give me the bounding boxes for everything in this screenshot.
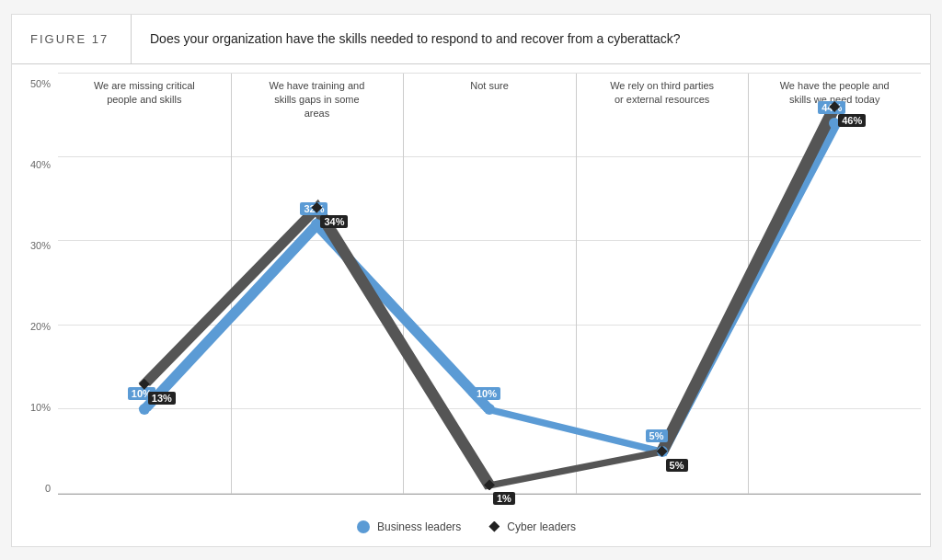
label-dark-46: 46% — [838, 114, 866, 127]
legend-cyber-icon — [488, 521, 500, 532]
chart-title: Does your organization have the skills n… — [132, 31, 699, 46]
main-card: FIGURE 17 Does your organization have th… — [11, 14, 931, 547]
y-label-30: 30% — [30, 240, 51, 251]
dot-blue-10 — [139, 404, 150, 415]
y-label-0: 0 — [45, 483, 51, 494]
y-label-20: 20% — [30, 321, 51, 332]
grid-line-30 — [58, 240, 921, 241]
legend-cyber: Cyber leaders — [488, 520, 576, 533]
legend-business-label: Business leaders — [377, 520, 461, 533]
dot-blue-10 — [484, 404, 495, 415]
legend-cyber-label: Cyber leaders — [507, 520, 576, 533]
chart-area: 50% 40% 30% 20% 10% 0 We are missing cri… — [12, 64, 930, 546]
chart-container: 50% 40% 30% 20% 10% 0 We are missing cri… — [12, 74, 921, 513]
legend-business: Business leaders — [357, 520, 461, 533]
legend-business-icon — [357, 520, 370, 533]
label-blue-5: 5% — [646, 429, 668, 442]
y-label-10: 10% — [30, 402, 51, 413]
chart-header: FIGURE 17 Does your organization have th… — [12, 15, 930, 64]
cat-label-third_party: We rely on third parties or external res… — [607, 79, 718, 108]
grid-line-0 — [58, 493, 921, 494]
dot-dark-1 — [484, 479, 495, 490]
y-axis: 50% 40% 30% 20% 10% 0 — [12, 74, 58, 513]
figure-label: FIGURE 17 — [12, 15, 132, 63]
y-label-50: 50% — [30, 78, 51, 89]
v-divider-0 — [231, 74, 232, 494]
grid-line-50 — [58, 73, 921, 74]
v-divider-3 — [748, 74, 749, 494]
legend: Business leaders Cyber leaders — [12, 513, 921, 537]
v-divider-1 — [403, 74, 404, 494]
cat-label-missing: We are missing critical people and skill… — [89, 79, 200, 108]
y-label-40: 40% — [30, 159, 51, 170]
label-dark-34: 34% — [320, 215, 348, 228]
grid-line-20 — [58, 325, 921, 326]
label-blue-10: 10% — [473, 387, 500, 400]
label-dark-1: 1% — [493, 492, 515, 505]
label-dark-5: 5% — [666, 459, 688, 472]
connector-svg — [58, 74, 921, 494]
cat-label-not_sure: Not sure — [434, 79, 545, 93]
grid-line-40 — [58, 156, 921, 157]
cat-label-training: We have training and skills gaps in some… — [261, 79, 372, 121]
label-dark-13: 13% — [148, 392, 176, 405]
v-divider-2 — [576, 74, 577, 494]
plot-area: We are missing critical people and skill… — [58, 74, 921, 495]
